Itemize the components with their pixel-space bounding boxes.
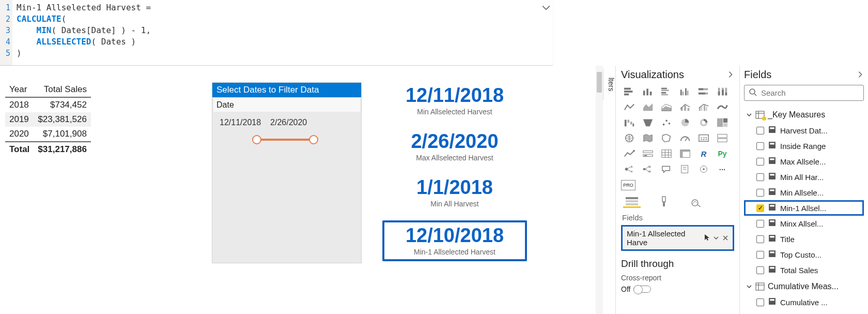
- pro-badge-icon[interactable]: PRO: [621, 180, 636, 190]
- field-title[interactable]: Title: [744, 231, 864, 247]
- field-well-item[interactable]: Min-1 Allselected Harve: [621, 225, 734, 251]
- field-label: Harvest Dat...: [780, 126, 828, 135]
- clustered-bar-icon[interactable]: [658, 85, 675, 98]
- area-chart-icon[interactable]: [640, 100, 656, 114]
- chevron-right-icon[interactable]: [727, 69, 734, 81]
- line-chart-icon[interactable]: [621, 100, 638, 114]
- key-influencers-icon[interactable]: [621, 162, 638, 176]
- svg-rect-93: [756, 111, 764, 118]
- line-clustered-column-icon[interactable]: [695, 100, 712, 114]
- slicer-icon[interactable]: [640, 147, 656, 160]
- search-input[interactable]: [761, 88, 859, 97]
- treemap-icon[interactable]: [714, 116, 731, 129]
- card-min1-allselected[interactable]: 12/10/2018 Min-1 Allselected Harvest: [382, 220, 527, 261]
- slicer-end-date[interactable]: 2/26/2020: [270, 118, 307, 127]
- field-max-allsele[interactable]: Max Allsele...: [744, 154, 864, 169]
- card-min-all[interactable]: 1/1/2018 Min All Harvest: [382, 174, 527, 211]
- donut-icon[interactable]: [695, 116, 712, 129]
- waterfall-icon[interactable]: [621, 116, 638, 129]
- paginated-report-icon[interactable]: [677, 162, 693, 176]
- checkbox-icon[interactable]: [756, 173, 764, 181]
- arcgis-icon[interactable]: [695, 162, 712, 176]
- analytics-tab[interactable]: [687, 196, 705, 208]
- scatter-icon[interactable]: [658, 116, 675, 129]
- toggle-switch-icon[interactable]: [633, 286, 651, 293]
- gauge-icon[interactable]: [677, 131, 693, 145]
- card-min-allselected[interactable]: 12/11/2018 Min Allselected Harvest: [382, 82, 527, 119]
- qna-icon[interactable]: [658, 162, 675, 176]
- formula-bar[interactable]: 1 2 3 4 5 Min-1 Allselected Harvest = CA…: [0, 0, 553, 66]
- funnel-icon[interactable]: [640, 116, 656, 129]
- stacked-bar-icon[interactable]: [621, 85, 638, 98]
- fields-tab[interactable]: [623, 196, 641, 208]
- report-canvas[interactable]: Year Total Sales 2018$734,452 2019$23,38…: [0, 66, 615, 314]
- field-total-sales[interactable]: Total Sales: [744, 262, 864, 278]
- table-key-measures[interactable]: _Key Measures: [744, 107, 864, 123]
- checkbox-icon[interactable]: [756, 235, 764, 243]
- table-cumulative-meas[interactable]: Cumulative Meas...: [744, 279, 864, 294]
- checkbox-icon[interactable]: [756, 142, 764, 150]
- date-slicer[interactable]: Select Dates to Filter Data Date 12/11/2…: [212, 82, 362, 263]
- sales-table-visual[interactable]: Year Total Sales 2018$734,452 2019$23,38…: [5, 82, 91, 157]
- stacked-column100-icon[interactable]: [714, 85, 731, 98]
- ribbon-chart-icon[interactable]: [714, 100, 731, 114]
- checkbox-icon[interactable]: [756, 251, 764, 259]
- remove-field-icon[interactable]: [722, 234, 729, 243]
- checkbox-icon[interactable]: [756, 220, 764, 228]
- stacked-area-icon[interactable]: [658, 100, 675, 114]
- stacked-column-icon[interactable]: [640, 85, 656, 98]
- chevron-right-icon[interactable]: [857, 69, 864, 81]
- kpi-icon[interactable]: [621, 147, 638, 160]
- chevron-down-icon[interactable]: [541, 3, 551, 12]
- format-tab[interactable]: [655, 196, 673, 208]
- table-row[interactable]: 2020$7,101,908: [5, 127, 91, 142]
- field-minx-allsel[interactable]: Minx Allsel...: [744, 216, 864, 231]
- slicer-start-date[interactable]: 12/11/2018: [220, 118, 261, 127]
- card-icon[interactable]: 123: [695, 131, 712, 145]
- r-visual-icon[interactable]: R: [695, 147, 712, 160]
- field-inside-range[interactable]: Inside Range: [744, 138, 864, 154]
- scrollbar[interactable]: [596, 66, 603, 314]
- svg-rect-1: [624, 91, 633, 93]
- checkbox-icon[interactable]: [756, 127, 764, 134]
- checkbox-icon[interactable]: [756, 298, 764, 306]
- field-min1-allsel[interactable]: ✓Min-1 Allsel...: [744, 200, 864, 216]
- checkbox-icon[interactable]: ✓: [756, 204, 764, 212]
- filters-pane-collapsed[interactable]: lters: [603, 69, 615, 100]
- field-cumulative[interactable]: Cumulative ...: [744, 294, 864, 310]
- table-icon: [755, 111, 765, 119]
- card-value: 1/1/2018: [382, 177, 527, 198]
- field-harvest-dat[interactable]: Harvest Dat...: [744, 123, 864, 138]
- checkbox-icon[interactable]: [756, 189, 764, 197]
- decomposition-tree-icon[interactable]: [640, 162, 656, 176]
- card-max-allselected[interactable]: 2/26/2020 Max Allselected Harvest: [382, 128, 527, 165]
- field-min-allsele[interactable]: Min Allsele...: [744, 185, 864, 200]
- slicer-slider[interactable]: [257, 139, 314, 141]
- shape-map-icon[interactable]: [658, 131, 675, 145]
- matrix-icon[interactable]: [677, 147, 693, 160]
- field-top-custo[interactable]: Top Custo...: [744, 247, 864, 262]
- svg-rect-66: [680, 150, 683, 158]
- python-visual-icon[interactable]: Py: [714, 147, 731, 160]
- slider-thumb-end[interactable]: [309, 135, 318, 144]
- pie-icon[interactable]: [677, 116, 693, 129]
- slider-thumb-start[interactable]: [252, 135, 261, 144]
- field-min-all-har[interactable]: Min All Har...: [744, 169, 864, 185]
- filled-map-icon[interactable]: [640, 131, 656, 145]
- table-row[interactable]: 2018$734,452: [5, 97, 91, 112]
- more-visuals-icon[interactable]: ···: [714, 162, 731, 176]
- line-column-icon[interactable]: [677, 100, 693, 114]
- clustered-column-icon[interactable]: [677, 85, 693, 98]
- svg-line-70: [627, 167, 630, 169]
- stacked-bar100-icon[interactable]: [695, 85, 712, 98]
- fields-search[interactable]: [744, 85, 864, 101]
- chevron-down-icon[interactable]: [713, 234, 719, 243]
- cross-report-toggle[interactable]: Off: [621, 285, 734, 293]
- multirow-card-icon[interactable]: [714, 131, 731, 145]
- table-icon[interactable]: [658, 147, 675, 160]
- checkbox-icon[interactable]: [756, 158, 764, 166]
- map-icon[interactable]: [621, 131, 638, 145]
- formula-code[interactable]: Min-1 Allselected Harvest = CALCULATE( M…: [12, 0, 553, 65]
- checkbox-icon[interactable]: [756, 266, 764, 274]
- table-row[interactable]: 2019$23,381,526: [5, 112, 91, 127]
